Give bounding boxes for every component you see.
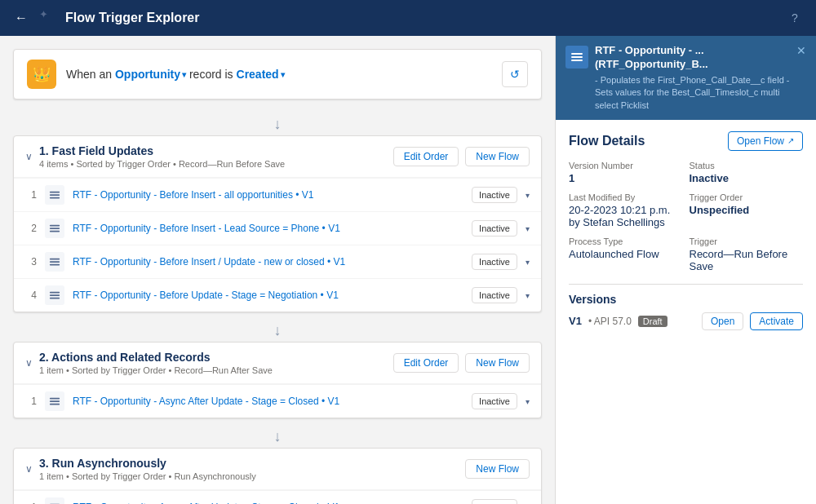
svg-rect-9 xyxy=(50,292,60,294)
process-type-field: Process Type Autolaunched Flow xyxy=(569,237,683,272)
flow-details-grid: Version Number 1 Status Inactive Last Mo… xyxy=(569,161,803,272)
section-subtitle-3: 1 item • Sorted by Trigger Order • Run A… xyxy=(39,471,465,481)
section-title-1: 1. Fast Field Updates xyxy=(39,144,153,157)
flow-icon-3-1 xyxy=(45,497,64,504)
flow-icon-1-4 xyxy=(45,285,64,305)
edit-order-button-1[interactable]: Edit Order xyxy=(393,147,459,166)
app-title: Flow Trigger Explorer xyxy=(65,11,199,25)
trigger-icon: 👑 xyxy=(27,60,56,89)
section-subtitle-1: 4 items • Sorted by Trigger Order • Reco… xyxy=(39,159,393,169)
version-row-1: V1 • API 57.0 Draft Open Activate xyxy=(569,312,803,330)
svg-rect-19 xyxy=(571,56,583,58)
new-flow-button-1[interactable]: New Flow xyxy=(465,147,530,166)
flow-row-1-3: 3 RTF - Opportunity - Before Insert / Up… xyxy=(14,245,541,278)
trigger-object-dropdown[interactable]: Opportunity ▾ xyxy=(115,68,186,81)
flow-row-1-4: 4 RTF - Opportunity - Before Update - St… xyxy=(14,278,541,312)
section-fast-field-updates: ∨ 1. Fast Field Updates 4 items • Sorted… xyxy=(13,135,542,312)
last-modified-value: 20-2-2023 10:21 p.m. by Stefan Schelling… xyxy=(569,204,683,228)
flow-caret-1-1[interactable]: ▾ xyxy=(526,191,530,200)
right-panel: RTF - Opportunity - ... (RTF_Opportunity… xyxy=(555,36,816,504)
help-button[interactable]: ? xyxy=(783,7,806,29)
flow-row-3-1: 1 RTF - Opportunity - Async After Update… xyxy=(14,490,541,504)
section-chevron-2[interactable]: ∨ xyxy=(25,357,33,369)
flow-label-1-4[interactable]: RTF - Opportunity - Before Update - Stag… xyxy=(73,290,463,301)
right-panel-flow-title: RTF - Opportunity - ... (RTF_Opportunity… xyxy=(595,44,790,72)
section-chevron-1[interactable]: ∨ xyxy=(25,151,33,162)
right-panel-flow-desc: - Populates the First_Phone_Call_Date__c… xyxy=(595,74,790,112)
svg-rect-5 xyxy=(50,231,60,232)
trigger-field: Trigger Record—Run Before Save xyxy=(690,237,804,272)
flow-label-2-1[interactable]: RTF - Opportunity - Async After Update -… xyxy=(73,396,463,407)
svg-rect-18 xyxy=(571,53,583,55)
version-badge: Draft xyxy=(638,316,667,327)
header: ← ✦ Flow Trigger Explorer ? xyxy=(0,0,816,36)
section-actions-3: New Flow xyxy=(465,459,530,479)
svg-rect-8 xyxy=(50,264,60,266)
section-actions-related: ∨ 2. Actions and Related Records 1 item … xyxy=(13,342,542,418)
right-panel-close-button[interactable]: ✕ xyxy=(796,44,806,57)
flow-row-1-2: 2 RTF - Opportunity - Before Insert - Le… xyxy=(14,211,541,245)
section-chevron-3[interactable]: ∨ xyxy=(25,463,33,475)
flow-status-1-4: Inactive xyxy=(472,287,517,303)
flow-label-1-2[interactable]: RTF - Opportunity - Before Insert - Lead… xyxy=(73,223,463,234)
section-subtitle-2: 1 item • Sorted by Trigger Order • Recor… xyxy=(39,365,393,375)
trigger-bar: 👑 When an Opportunity ▾ record is Create… xyxy=(13,49,542,99)
app-icon: ✦ xyxy=(39,8,59,28)
left-panel: 👑 When an Opportunity ▾ record is Create… xyxy=(0,36,555,504)
flow-caret-1-2[interactable]: ▾ xyxy=(526,224,530,233)
section-header-1: ∨ 1. Fast Field Updates 4 items • Sorted… xyxy=(14,136,541,178)
section-title-wrap-2: 2. Actions and Related Records 1 item • … xyxy=(39,351,393,375)
trigger-order-value: Unspecified xyxy=(690,204,804,216)
svg-rect-11 xyxy=(50,298,60,299)
version-open-button[interactable]: Open xyxy=(702,312,743,330)
trigger-label: Trigger xyxy=(690,237,804,246)
flow-caret-1-3[interactable]: ▾ xyxy=(526,258,530,267)
flow-label-1-1[interactable]: RTF - Opportunity - Before Insert - all … xyxy=(73,189,463,201)
trigger-event-dropdown[interactable]: Created ▾ xyxy=(237,68,285,81)
trigger-order-field: Trigger Order Unspecified xyxy=(690,192,804,228)
last-modified-label: Last Modified By xyxy=(569,192,683,202)
flow-caret-1-4[interactable]: ▾ xyxy=(526,291,530,300)
external-link-icon: ↗ xyxy=(787,136,794,145)
refresh-button[interactable]: ↺ xyxy=(502,61,528,87)
flow-icon-1-2 xyxy=(45,219,64,238)
version-number-value: 1 xyxy=(569,172,683,184)
flow-status-1-3: Inactive xyxy=(472,254,517,270)
svg-rect-14 xyxy=(50,404,60,405)
svg-rect-20 xyxy=(571,60,583,61)
arrow-connector-1: ↓ xyxy=(13,113,542,135)
flow-num-1-4: 4 xyxy=(25,290,37,301)
section-title-wrap-1: 1. Fast Field Updates 4 items • Sorted b… xyxy=(39,144,393,169)
svg-rect-10 xyxy=(50,294,60,296)
svg-rect-1 xyxy=(50,194,60,196)
right-panel-flow-info: RTF - Opportunity - ... (RTF_Opportunity… xyxy=(595,44,790,112)
new-flow-button-3[interactable]: New Flow xyxy=(465,459,530,479)
flow-status-3-1: Inactive xyxy=(472,499,517,504)
arrow-connector-2: ↓ xyxy=(13,319,542,342)
section-header-2: ∨ 2. Actions and Related Records 1 item … xyxy=(14,343,541,384)
trigger-text: When an Opportunity ▾ record is Created … xyxy=(66,68,285,81)
object-caret-icon: ▾ xyxy=(182,70,186,79)
version-number-label: Version Number xyxy=(569,161,683,170)
versions-heading: Versions xyxy=(569,293,803,306)
svg-rect-7 xyxy=(50,261,60,263)
right-panel-header: RTF - Opportunity - ... (RTF_Opportunity… xyxy=(556,36,816,120)
flow-num-2-1: 1 xyxy=(25,396,37,407)
flow-caret-2-1[interactable]: ▾ xyxy=(526,397,530,406)
new-flow-button-2[interactable]: New Flow xyxy=(465,353,530,373)
back-button[interactable]: ← xyxy=(10,7,33,29)
flow-label-1-3[interactable]: RTF - Opportunity - Before Insert / Upda… xyxy=(73,256,463,267)
version-activate-button[interactable]: Activate xyxy=(750,312,803,330)
svg-rect-12 xyxy=(50,398,60,400)
open-flow-button[interactable]: Open Flow ↗ xyxy=(728,131,803,151)
svg-rect-0 xyxy=(50,192,60,193)
flow-details-title-row: Flow Details Open Flow ↗ xyxy=(569,131,803,151)
status-label: Status xyxy=(690,161,804,170)
main-layout: 👑 When an Opportunity ▾ record is Create… xyxy=(0,36,816,504)
process-type-value: Autolaunched Flow xyxy=(569,248,683,260)
last-modified-field: Last Modified By 20-2-2023 10:21 p.m. by… xyxy=(569,192,683,228)
edit-order-button-2[interactable]: Edit Order xyxy=(393,353,459,373)
version-number-field: Version Number 1 xyxy=(569,161,683,184)
section-actions-1: Edit Order New Flow xyxy=(393,147,530,166)
svg-rect-3 xyxy=(50,225,60,227)
